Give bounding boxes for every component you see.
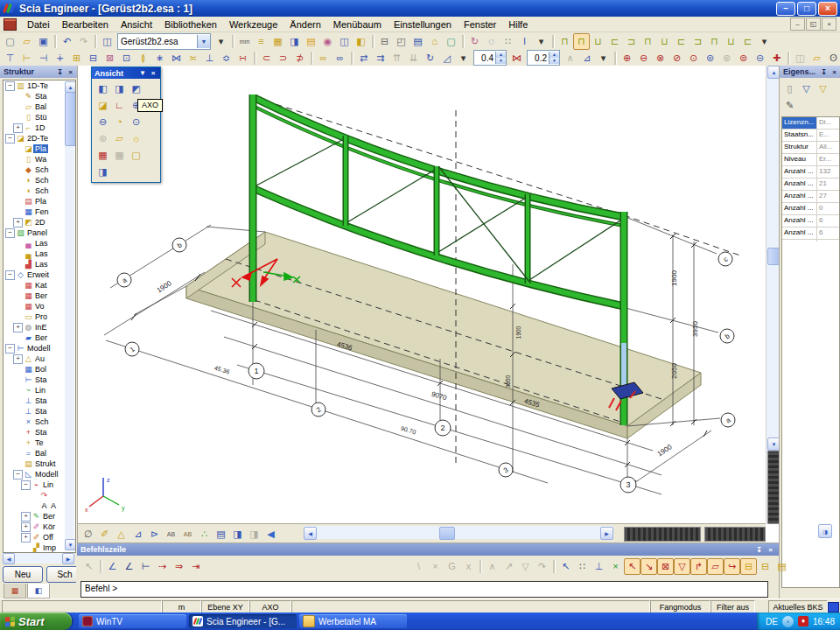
toolbar-button[interactable]: ◰: [393, 33, 410, 50]
toolbar-button[interactable]: ↻: [466, 33, 483, 50]
toolbar-button[interactable]: ◉: [319, 33, 336, 50]
toolbar-button[interactable]: ⊜: [735, 50, 752, 66]
status-aktuelles-bks[interactable]: Aktuelles BKS: [768, 600, 828, 613]
toolbar-button[interactable]: ▾: [756, 33, 773, 50]
snap-tool-button[interactable]: ⇒: [171, 558, 187, 575]
chevron-down-icon[interactable]: ▼: [138, 69, 147, 77]
view-option-button[interactable]: AB: [163, 526, 179, 542]
toolbar-button[interactable]: ◨: [286, 33, 303, 50]
toolbar-button[interactable]: ⊕: [619, 50, 635, 66]
tree-expander[interactable]: −: [5, 134, 15, 144]
property-row[interactable]: Anzahl ...0: [782, 203, 839, 215]
scroll-right-icon[interactable]: ▶: [62, 553, 74, 564]
toolbar-button[interactable]: ⊔: [656, 33, 673, 50]
view-option-button[interactable]: ✐: [96, 526, 113, 542]
toolbar-button[interactable]: ∔: [52, 50, 68, 66]
toolbar-button[interactable]: ⊓: [640, 33, 656, 50]
toolbar-button[interactable]: ⊟: [376, 33, 393, 50]
property-row[interactable]: Lizenzn...Di...: [782, 117, 839, 130]
toolbar-button[interactable]: ⊞: [68, 50, 85, 66]
toolbar-button[interactable]: ▾: [595, 50, 612, 66]
view-tool-button[interactable]: ⊖: [94, 114, 111, 130]
tree-expander[interactable]: +: [21, 512, 31, 522]
snap-tool-button[interactable]: ⊠: [657, 558, 674, 575]
toolbar-button[interactable]: ↷: [75, 33, 92, 50]
view-tool-button[interactable]: ▢: [128, 147, 144, 164]
view-tool-button[interactable]: ◔: [111, 114, 128, 130]
toolbar-button[interactable]: ʘ: [825, 50, 840, 66]
toolbar-button[interactable]: ⊓: [573, 33, 590, 50]
view-tool-button[interactable]: ∟: [111, 97, 128, 114]
menu-bearbeiten[interactable]: Bearbeiten: [56, 18, 115, 31]
language-indicator[interactable]: DE: [766, 617, 778, 626]
view-tool-button[interactable]: ◨: [94, 164, 111, 180]
toolbar-button[interactable]: ∺: [234, 50, 251, 66]
snap-tool-button[interactable]: ⊟: [740, 558, 757, 575]
new-button[interactable]: Neu: [3, 566, 43, 583]
toolbar-button[interactable]: ⊥: [201, 50, 218, 66]
close-button[interactable]: ×: [818, 2, 837, 16]
collapsed-panel-bar[interactable]: [767, 451, 780, 524]
view-option-button[interactable]: AB: [179, 526, 196, 542]
taskbar-task[interactable]: Scia Engineer - [G...: [189, 614, 297, 628]
panel-tab-2[interactable]: ◧: [27, 584, 50, 598]
close-icon[interactable]: ×: [766, 546, 775, 554]
snap-tool-button[interactable]: ×: [427, 558, 444, 575]
tree-expander[interactable]: −: [5, 81, 15, 91]
scroll-left-icon[interactable]: ◀: [3, 553, 15, 564]
viewport-vscrollbar[interactable]: ▲ ▼: [766, 66, 780, 523]
viewport-hscrollbar[interactable]: ◀ ▶: [304, 526, 613, 539]
toolbar-button[interactable]: ⊟: [85, 50, 102, 66]
toolbar-button[interactable]: ⊏: [673, 33, 690, 50]
volume-icon[interactable]: ♦: [798, 616, 808, 626]
toolbar-button[interactable]: ▣: [35, 33, 52, 50]
toolbar-button[interactable]: ⊢: [18, 50, 35, 66]
scale-spinner-2[interactable]: 0.2 ▲▼: [527, 50, 560, 66]
menu-bibliotheken[interactable]: Bibliotheken: [158, 18, 223, 31]
tree-expander[interactable]: +: [13, 123, 23, 133]
toolbar-button[interactable]: ▦: [270, 33, 286, 50]
snap-tool-button[interactable]: ▱: [707, 558, 724, 575]
toolbar-button[interactable]: ◫: [99, 33, 116, 50]
menu-fenster[interactable]: Fenster: [458, 18, 502, 31]
spinner-down-icon[interactable]: ▼: [550, 58, 559, 64]
toolbar-button[interactable]: ⊐: [623, 33, 640, 50]
toolbar-button[interactable]: ⊓: [556, 33, 573, 50]
view-option-button[interactable]: ◨: [246, 526, 262, 542]
toolbar-button[interactable]: ∞: [315, 50, 332, 66]
snap-tool-button[interactable]: ⇢: [154, 558, 171, 575]
property-row[interactable]: Anzahl ...6: [782, 215, 839, 228]
snap-tool-button[interactable]: ↗: [500, 558, 517, 575]
minimize-button[interactable]: –: [776, 2, 795, 16]
snap-tool-button[interactable]: ↷: [534, 558, 550, 575]
graphics-viewport[interactable]: z x y 4536 4535 9070 45.36 90.70 1900 19…: [77, 66, 780, 542]
snap-tool-button[interactable]: ↖: [80, 558, 97, 575]
status-axo[interactable]: AXO: [249, 600, 291, 613]
spinner-up-icon[interactable]: ▲: [550, 52, 559, 58]
toolbar-button[interactable]: ▾: [213, 33, 229, 50]
toolbar-button[interactable]: ≬: [135, 50, 151, 66]
toolbar-button[interactable]: ↶: [59, 33, 75, 50]
property-row[interactable]: NiveauEr...: [782, 154, 839, 166]
view-tool-button[interactable]: ▦: [94, 147, 111, 164]
toolbar-button[interactable]: ⋈: [168, 50, 185, 66]
toolbar-button[interactable]: ▱: [808, 50, 825, 66]
toolbar-button[interactable]: ⇊: [405, 50, 422, 66]
snap-tool-button[interactable]: ∷: [574, 558, 591, 575]
snap-tool-button[interactable]: ⊟: [757, 558, 774, 575]
view-option-button[interactable]: ∅: [80, 526, 96, 542]
scroll-down-icon[interactable]: ▼: [65, 539, 76, 550]
spinner-down-icon[interactable]: ▼: [496, 58, 506, 64]
toolbar-button[interactable]: ⊂: [258, 50, 275, 66]
menu-hilfe[interactable]: Hilfe: [502, 18, 534, 31]
pin-icon[interactable]: ↧: [55, 67, 65, 77]
tree-expander[interactable]: −: [5, 344, 15, 354]
menu-einstellungen[interactable]: Einstellungen: [388, 18, 458, 31]
spinner-up-icon[interactable]: ▲: [496, 52, 506, 58]
tree-expander[interactable]: +: [13, 323, 23, 332]
toolbar-button[interactable]: ◌: [483, 33, 500, 50]
toolbar-button[interactable]: ∗: [151, 50, 168, 66]
snap-tool-button[interactable]: ↪: [724, 558, 740, 575]
view-tool-button[interactable]: ◨: [111, 80, 128, 97]
toolbar-button[interactable]: ⋈: [508, 50, 525, 66]
